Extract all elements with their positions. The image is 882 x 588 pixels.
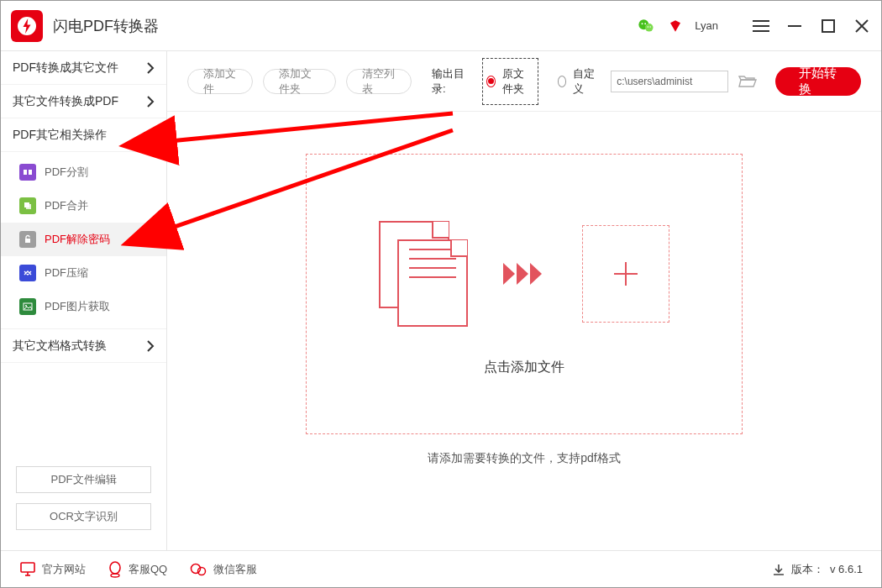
sidebar-item-label: PDF压缩 bbox=[45, 265, 88, 281]
user-name: Lyan bbox=[695, 19, 718, 32]
svg-point-5 bbox=[648, 26, 648, 27]
minimize-icon bbox=[787, 18, 802, 34]
wechat-icon[interactable] bbox=[638, 17, 656, 35]
app-logo bbox=[11, 10, 43, 42]
arrows-right-icon bbox=[501, 260, 552, 288]
svg-rect-8 bbox=[753, 25, 769, 27]
toolbar: 添加文件 添加文件夹 清空列表 输出目录: 原文件夹 自定义 bbox=[167, 51, 881, 112]
menu-button[interactable] bbox=[752, 17, 770, 35]
svg-point-28 bbox=[110, 562, 120, 574]
app-window: 闪电PDF转换器 Lyan bbox=[0, 0, 882, 588]
minimize-button[interactable] bbox=[785, 17, 804, 35]
chevron-right-icon bbox=[146, 62, 155, 74]
chevron-down-icon bbox=[143, 131, 155, 139]
svg-rect-7 bbox=[753, 20, 769, 22]
main-area: PDF转换成其它文件 其它文件转换成PDF PDF其它相关操作 PDF分割 bbox=[1, 51, 881, 550]
gem-icon[interactable] bbox=[668, 18, 683, 34]
footer-link-label: 微信客服 bbox=[213, 562, 257, 577]
sidebar-item-pdf-compress[interactable]: PDF压缩 bbox=[1, 256, 166, 290]
merge-icon bbox=[19, 197, 36, 214]
footer-link-label: 官方网站 bbox=[42, 562, 86, 577]
svg-line-23 bbox=[127, 113, 453, 145]
drop-zone[interactable]: 点击添加文件 bbox=[306, 154, 743, 434]
add-file-button[interactable]: 添加文件 bbox=[187, 69, 253, 94]
sidebar-group-label: PDF转换成其它文件 bbox=[13, 60, 118, 76]
sidebar-bottom: PDF文件编辑 OCR文字识别 bbox=[1, 458, 166, 550]
folder-open-icon bbox=[738, 74, 757, 89]
sidebar-sublist-pdf-ops: PDF分割 PDF合并 PDF解除密码 bbox=[1, 152, 166, 329]
pdf-edit-button[interactable]: PDF文件编辑 bbox=[16, 466, 151, 493]
chevron-right-icon bbox=[146, 96, 155, 108]
radio-icon bbox=[486, 76, 496, 87]
sidebar-item-label: PDF分割 bbox=[45, 165, 88, 180]
documents-icon bbox=[379, 221, 471, 327]
footer: 官方网站 客服QQ 微信客服 版本： v 6.6.1 bbox=[1, 550, 881, 587]
sidebar-group-label: 其它文件转换成PDF bbox=[13, 94, 118, 109]
unlock-icon bbox=[19, 231, 36, 248]
svg-rect-14 bbox=[24, 170, 27, 175]
app-title: 闪电PDF转换器 bbox=[53, 16, 159, 36]
split-icon bbox=[19, 164, 36, 181]
close-icon bbox=[855, 19, 869, 33]
footer-link-label: 客服QQ bbox=[129, 562, 167, 577]
compress-icon bbox=[19, 265, 36, 281]
sidebar-group-from-other[interactable]: 其它文件转换成PDF bbox=[1, 85, 166, 118]
sidebar-item-label: PDF合并 bbox=[45, 198, 88, 213]
plus-icon bbox=[582, 225, 669, 323]
version-info[interactable]: 版本： v 6.6.1 bbox=[772, 562, 863, 577]
sidebar-group-doc-conv[interactable]: 其它文档格式转换 bbox=[1, 329, 166, 363]
svg-point-3 bbox=[642, 23, 643, 24]
ocr-button[interactable]: OCR文字识别 bbox=[16, 503, 151, 530]
monitor-icon bbox=[19, 562, 36, 577]
footer-qq-link[interactable]: 客服QQ bbox=[108, 561, 167, 578]
sidebar-group-label: 其它文档格式转换 bbox=[13, 339, 107, 354]
lightning-icon bbox=[17, 16, 37, 36]
qq-icon bbox=[108, 561, 123, 578]
sidebar-item-pdf-split[interactable]: PDF分割 bbox=[1, 155, 166, 189]
radio-custom-folder[interactable]: 自定义 bbox=[554, 66, 601, 97]
sidebar-group-label: PDF其它相关操作 bbox=[13, 128, 107, 143]
radio-label: 自定义 bbox=[573, 66, 596, 97]
footer-website-link[interactable]: 官方网站 bbox=[19, 562, 86, 577]
radio-source-folder[interactable]: 原文件夹 bbox=[482, 58, 538, 105]
close-button[interactable] bbox=[853, 17, 871, 35]
browse-folder-button[interactable] bbox=[738, 72, 757, 91]
svg-rect-25 bbox=[21, 563, 34, 572]
version-label: 版本： bbox=[791, 562, 824, 577]
content-area: 添加文件 添加文件夹 清空列表 输出目录: 原文件夹 自定义 bbox=[167, 51, 881, 550]
chevron-right-icon bbox=[146, 340, 155, 352]
output-dir-label: 输出目录: bbox=[432, 66, 467, 97]
add-folder-button[interactable]: 添加文件夹 bbox=[263, 69, 337, 94]
maximize-icon bbox=[822, 19, 835, 33]
start-convert-button[interactable]: 开始转换 bbox=[775, 67, 861, 96]
sidebar-item-pdf-merge[interactable]: PDF合并 bbox=[1, 189, 166, 223]
download-icon bbox=[772, 563, 785, 576]
sidebar-group-to-other[interactable]: PDF转换成其它文件 bbox=[1, 51, 166, 85]
svg-rect-10 bbox=[788, 25, 801, 27]
svg-point-6 bbox=[650, 26, 651, 27]
radio-icon bbox=[558, 76, 567, 87]
sidebar-item-label: PDF解除密码 bbox=[45, 232, 110, 247]
version-value: v 6.6.1 bbox=[830, 563, 863, 575]
svg-point-2 bbox=[645, 24, 654, 32]
wechat-outline-icon bbox=[189, 562, 207, 577]
sidebar-group-pdf-ops[interactable]: PDF其它相关操作 bbox=[1, 118, 166, 152]
sidebar-item-pdf-decrypt[interactable]: PDF解除密码 bbox=[1, 223, 166, 256]
footer-wechat-link[interactable]: 微信客服 bbox=[189, 562, 257, 577]
sidebar: PDF转换成其它文件 其它文件转换成PDF PDF其它相关操作 PDF分割 bbox=[1, 51, 167, 550]
hint-text: 请添加需要转换的文件，支持pdf格式 bbox=[167, 451, 881, 466]
svg-rect-18 bbox=[25, 239, 30, 243]
hamburger-icon bbox=[753, 19, 769, 33]
radio-label: 原文件夹 bbox=[502, 66, 534, 97]
drop-zone-text: 点击添加文件 bbox=[484, 359, 564, 376]
maximize-button[interactable] bbox=[819, 17, 837, 35]
svg-rect-17 bbox=[26, 204, 31, 209]
output-path-input[interactable] bbox=[611, 71, 728, 92]
svg-rect-9 bbox=[753, 30, 769, 32]
svg-rect-11 bbox=[822, 20, 834, 32]
svg-rect-15 bbox=[29, 170, 32, 175]
sidebar-item-label: PDF图片获取 bbox=[45, 299, 110, 314]
clear-list-button[interactable]: 清空列表 bbox=[346, 69, 412, 94]
svg-point-4 bbox=[645, 23, 647, 24]
sidebar-item-pdf-images[interactable]: PDF图片获取 bbox=[1, 290, 166, 323]
